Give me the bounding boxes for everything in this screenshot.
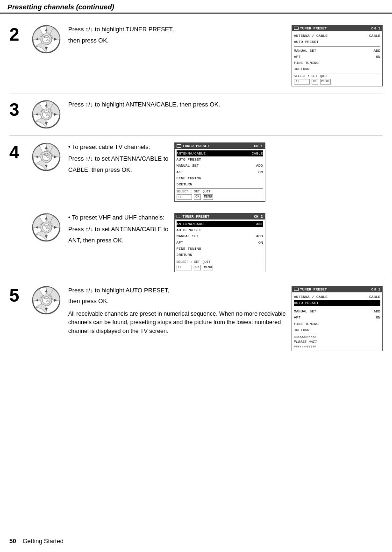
- step-3-number: 3: [9, 100, 24, 119]
- menu-row: MANUAL SETADD: [177, 163, 263, 169]
- svg-text:→OK: →OK: [43, 300, 49, 302]
- menu-row: AUTO PRESET: [177, 156, 263, 163]
- step-5-number: 5: [9, 286, 24, 304]
- remote-control-icon: PLAY →OK: [32, 286, 61, 315]
- step-2-text: Press ↑/↓ to highlight TUNER PRESET, the…: [68, 25, 286, 47]
- page-number: 50: [9, 538, 16, 545]
- tv-screen-display: TUNER PRESETCH 1ANTENNA / CABLECABLEAUTO…: [292, 286, 383, 351]
- footer-divider: [177, 188, 263, 189]
- menu-row: MANUAL SETADD: [177, 233, 263, 239]
- svg-text:→OK: →OK: [43, 39, 49, 41]
- tv-title-bar: TUNER PRESETCH 1: [292, 25, 382, 31]
- page-content: 2 PLAY →OK Press ↑/↓ to highligh: [0, 14, 392, 362]
- step-5-remote: PLAY →OK: [30, 286, 63, 315]
- menu-row: ⊃RETURN: [177, 181, 263, 187]
- footer-select: SELECT : ↑↓: [177, 260, 192, 270]
- step-5-screen: TUNER PRESETCH 1ANTENNA / CABLECABLEAUTO…: [292, 286, 383, 351]
- menu-row: AFTON: [294, 54, 380, 60]
- step-5-text: Press ↑/↓ to highlight AUTO PRESET, then…: [68, 286, 286, 338]
- svg-text:→OK: →OK: [43, 156, 49, 159]
- tv-title-bar: TUNER PRESETCH 1: [175, 143, 265, 149]
- menu-row: AUTO PRESET: [294, 39, 380, 45]
- footer-quit: QUIT MENU: [203, 190, 214, 200]
- screen-footer: SELECT : ↑↓ SET OK QUIT MENU: [177, 190, 263, 200]
- screen-footer: SELECT : ↑↓ SET OK QUIT MENU: [177, 260, 263, 270]
- step-2-screen: TUNER PRESETCH 1ANTENNA / CABLECABLEAUTO…: [292, 25, 383, 86]
- footer-quit: QUIT MENU: [203, 260, 214, 270]
- menu-divider: [294, 46, 380, 47]
- footer-set: SET OK: [194, 190, 200, 200]
- page-wrapper: Presetting channels (continued) 2 PLAY: [0, 0, 392, 362]
- menu-row: FINE TUNING: [294, 60, 380, 66]
- step-3-row: 3 PLAY →OK Press ↑/↓ to highligh: [9, 93, 383, 136]
- page-title: Presetting channels (continued): [7, 3, 385, 11]
- tv-title-bar: TUNER PRESETCH 1: [292, 286, 382, 292]
- menu-row: AFTON: [177, 169, 263, 175]
- menu-row: ANTENNA / CABLECABLE: [294, 294, 380, 300]
- menu-row: MANUAL SETADD: [294, 48, 380, 54]
- step-4-row: 4 PLAY →OK • To preset: [9, 136, 383, 279]
- tv-screen-display: TUNER PRESETCH 1ANTENNA/CABLECABLEAUTO P…: [174, 142, 265, 202]
- menu-row: ⊃RETURN: [177, 252, 263, 258]
- menu-row: AUTO PRESET: [177, 227, 263, 233]
- footer-divider: [177, 259, 263, 259]
- remote-control-icon: PLAY →OK: [32, 25, 61, 54]
- tv-screen-display: TUNER PRESETCH 1ANTENNA / CABLECABLEAUTO…: [292, 25, 383, 86]
- footer-divider: [294, 73, 380, 73]
- svg-text:→OK: →OK: [43, 227, 49, 229]
- step-4b-text: • To preset VHF and UHF channels: Press …: [68, 213, 169, 247]
- section-label: Getting Started: [22, 538, 63, 545]
- menu-row: AFTON: [294, 314, 380, 320]
- menu-row: FINE TUNING: [294, 321, 380, 327]
- screen-footer: SELECT : ↑↓ SET OK QUIT MENU: [294, 74, 380, 85]
- step-2-number: 2: [9, 25, 24, 43]
- step-4-number: 4: [9, 142, 24, 161]
- footer-select: SELECT : ↑↓: [294, 74, 310, 85]
- menu-row: ANTENNA/CABLECABLE: [177, 150, 263, 156]
- menu-row: FINE TUNING: [177, 246, 263, 252]
- menu-divider: [294, 307, 380, 307]
- menu-row: AFTON: [177, 240, 263, 246]
- footer-select: SELECT : ↑↓: [177, 190, 192, 200]
- menu-row: ANTENNA/CABLEANT: [177, 221, 263, 227]
- remote-control-icon: PLAY →OK: [32, 213, 61, 242]
- page-header: Presetting channels (continued): [0, 0, 392, 14]
- footer-quit: QUIT MENU: [320, 74, 331, 85]
- menu-row: ⊃RETURN: [294, 327, 380, 333]
- step-4a-remote: PLAY →OK: [30, 142, 63, 171]
- remote-control-icon: PLAY →OK: [32, 100, 61, 129]
- svg-text:→OK: →OK: [43, 114, 49, 116]
- step-4a-screen: TUNER PRESETCH 1ANTENNA/CABLECABLEAUTO P…: [174, 142, 265, 202]
- step-4a-text: • To preset cable TV channels: Press ↑/↓…: [68, 142, 169, 177]
- menu-row: ANTENNA / CABLECABLE: [294, 33, 380, 39]
- tv-title-bar: TUNER PRESETCH 2: [175, 213, 265, 219]
- tv-screen-display: TUNER PRESETCH 2ANTENNA/CABLEANTAUTO PRE…: [174, 213, 265, 272]
- step-3-text: Press ↑/↓ to highlight ANTENNA/CABLE, th…: [68, 100, 383, 111]
- please-wait-text: ∧∧∧∧∧∧∧∧∧∧∧∧PLEASE WAIT∨∨∨∨∨∨∨∨∨∨∨∨: [294, 334, 380, 349]
- menu-row: AUTO PRESET: [294, 300, 380, 306]
- step-2-row: 2 PLAY →OK Press ↑/↓ to highligh: [9, 18, 383, 93]
- menu-row: FINE TUNING: [177, 175, 263, 181]
- footer-set: SET OK: [194, 260, 200, 270]
- menu-row: ⊃RETURN: [294, 66, 380, 72]
- menu-row: MANUAL SETADD: [294, 308, 380, 314]
- remote-control-icon: PLAY →OK: [32, 142, 61, 171]
- page-footer: 50 Getting Started: [9, 538, 64, 545]
- step-4b-remote: PLAY →OK: [30, 213, 63, 242]
- step-3-remote: PLAY →OK: [30, 100, 63, 129]
- footer-set: SET OK: [312, 74, 318, 85]
- step-2-remote: PLAY →OK: [30, 25, 63, 54]
- step-5-row: 5 PLAY →OK Press ↑/↓ to highligh: [9, 279, 383, 358]
- step-4b-screen: TUNER PRESETCH 2ANTENNA/CABLEANTAUTO PRE…: [174, 213, 265, 272]
